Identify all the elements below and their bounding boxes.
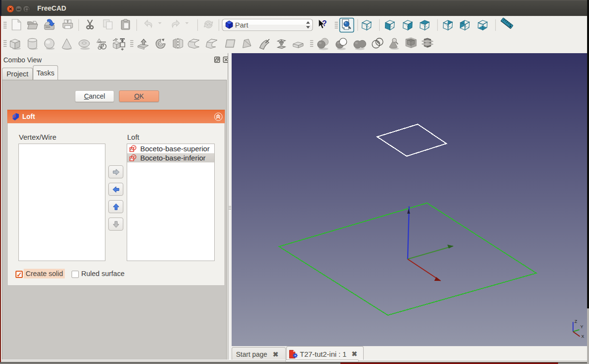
svg-text:Y: Y [580, 324, 583, 329]
svg-text:Z: Z [574, 319, 577, 324]
svg-text:X: X [581, 334, 584, 339]
svg-text:?: ? [322, 19, 327, 28]
svg-text:Part: Part [235, 21, 249, 29]
